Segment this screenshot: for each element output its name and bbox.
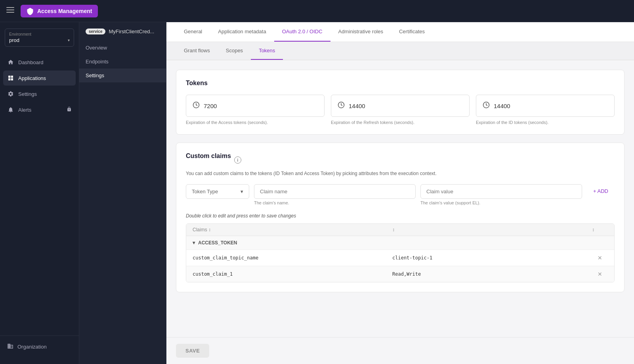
info-icon[interactable]: i [234,156,241,164]
claims-group-access-token: ▾ ACCESS_TOKEN [186,236,614,250]
sub-nav-settings[interactable]: Settings [79,69,166,82]
tab-app-metadata[interactable]: Application metadata [210,22,274,42]
refresh-token-field-wrap: 14400 Expiration of the Refresh tokens (… [331,95,470,125]
group-label: ACCESS_TOKEN [198,240,237,246]
menu-icon[interactable] [6,6,14,16]
tokens-title: Tokens [186,80,615,87]
env-value: prod ▾ [9,37,70,43]
sidebar-item-label: Dashboard [18,59,44,65]
service-badge: service [86,29,105,34]
env-label: Environment [9,32,70,36]
tab-admin-roles[interactable]: Administrative roles [330,22,391,42]
save-bar: SAVE [166,337,634,364]
claim-name-wrap: The claim's name. [254,184,416,205]
org-icon [7,343,13,351]
double-click-hint: Double click to edit and press enter to … [186,213,615,219]
sidebar-bottom: Organization [0,335,79,358]
token-type-placeholder: Token Type [192,189,218,194]
access-token-field-wrap: 7200 Expiration of the Access tokens (se… [186,95,325,125]
tokens-card: Tokens 7200 Expiration of the Access tok… [176,70,624,135]
claims-col1-header: Claims ↕ [193,227,392,233]
claims-table: Claims ↕ ↕ ↕ ▾ ACCESS_TOKEN custom_claim… [186,223,615,282]
access-token-label: Expiration of the Access tokens (seconds… [186,120,325,125]
sub-tab-grant-flows[interactable]: Grant flows [176,42,218,60]
refresh-token-label: Expiration of the Refresh tokens (second… [331,120,470,125]
svg-rect-1 [6,10,14,10]
custom-claims-card: Custom claims i You can add custom claim… [176,143,624,292]
sub-tab-tokens[interactable]: Tokens [251,42,283,60]
add-claim-button[interactable]: + ADD [587,184,615,198]
brand-label: Access Management [37,8,92,14]
sub-nav-endpoints[interactable]: Endpoints [79,55,166,69]
token-type-select[interactable]: Token Type ▾ [186,184,249,199]
topbar: Access Management [0,0,634,22]
content-area: service MyFirstClientCred... Overview En… [79,22,634,364]
clock-icon [338,101,345,110]
sidebar-item-dashboard[interactable]: Dashboard [3,55,76,70]
claims-form: Token Type ▾ The claim's name. The claim… [186,184,615,205]
app-title: MyFirstClientCred... [109,29,154,34]
chevron-down-icon: ▾ [241,189,243,194]
refresh-token-field[interactable]: 14400 [331,95,470,117]
main-tabs: General Application metadata OAuth 2.0 /… [166,22,634,42]
sidebar-nav: Dashboard Applications Settings Alerts [0,55,79,335]
sub-tabs: Grant flows Scopes Tokens [166,42,634,60]
clock-icon [193,101,200,110]
sidebar-item-settings[interactable]: Settings [3,86,76,101]
brand-button[interactable]: Access Management [21,5,98,17]
panel-content: Tokens 7200 Expiration of the Access tok… [166,60,634,337]
sidebar-item-applications[interactable]: Applications [3,71,76,86]
custom-claims-title-row: Custom claims i [186,152,615,168]
save-button[interactable]: SAVE [176,344,209,358]
settings-icon [7,90,14,97]
claims-col2-header: ↕ [392,227,592,233]
sub-sidebar-header: service MyFirstClientCred... [79,29,166,41]
tab-oauth[interactable]: OAuth 2.0 / OIDC [274,22,330,42]
shield-icon [26,7,34,15]
sidebar-item-label: Organization [17,344,47,350]
home-icon [7,59,14,66]
lock-icon [67,107,72,113]
claim-value-input[interactable] [420,184,582,199]
remove-claim-button[interactable]: ✕ [598,271,602,277]
claim-value-cell: Read,Write [392,271,592,277]
bell-icon [7,106,14,113]
main-layout: Environment prod ▾ Dashboard Application… [0,22,634,364]
remove-claim-col: ✕ [592,255,608,261]
claims-row: custom_claim_1 Read,Write ✕ [186,266,614,282]
claim-name-hint: The claim's name. [254,200,416,205]
claims-col3-header: ↕ [592,227,608,233]
sub-nav-overview[interactable]: Overview [79,41,166,55]
claim-name-input[interactable] [254,184,416,199]
claim-name-cell: custom_claim_1 [193,271,392,277]
claim-value-wrap: The claim's value (support EL). [420,184,582,205]
claim-value-cell: client-topic-1 [392,255,592,261]
env-selector[interactable]: Environment prod ▾ [5,29,74,47]
sidebar-item-label: Applications [18,75,46,81]
id-token-field-wrap: 14400 Expiration of the ID tokens (secon… [476,95,615,125]
sub-sidebar: service MyFirstClientCred... Overview En… [79,22,166,364]
id-token-field[interactable]: 14400 [476,95,615,117]
token-fields: 7200 Expiration of the Access tokens (se… [186,95,615,125]
grid-icon [7,74,14,82]
tab-certificates[interactable]: Certificates [391,22,433,42]
remove-claim-button[interactable]: ✕ [598,255,602,261]
sidebar-item-organization[interactable]: Organization [3,339,76,354]
claim-name-cell: custom_claim_topic_name [193,255,392,261]
svg-rect-2 [6,12,14,13]
custom-claims-description: You can add custom claims to the tokens … [186,171,615,176]
chevron-down-icon[interactable]: ▾ [193,240,195,246]
access-token-field[interactable]: 7200 [186,95,325,117]
id-token-label: Expiration of the ID tokens (seconds). [476,120,615,125]
sub-tab-scopes[interactable]: Scopes [218,42,251,60]
claims-table-header: Claims ↕ ↕ ↕ [186,224,614,236]
main-panel: General Application metadata OAuth 2.0 /… [166,22,634,364]
sidebar-item-label: Settings [18,91,37,97]
chevron-down-icon: ▾ [68,38,70,42]
custom-claims-title: Custom claims [186,152,231,160]
claims-row: custom_claim_topic_name client-topic-1 ✕ [186,250,614,266]
sidebar-item-alerts[interactable]: Alerts [3,102,76,117]
remove-claim-col: ✕ [592,271,608,277]
access-token-value: 7200 [204,103,318,109]
tab-general[interactable]: General [176,22,210,42]
